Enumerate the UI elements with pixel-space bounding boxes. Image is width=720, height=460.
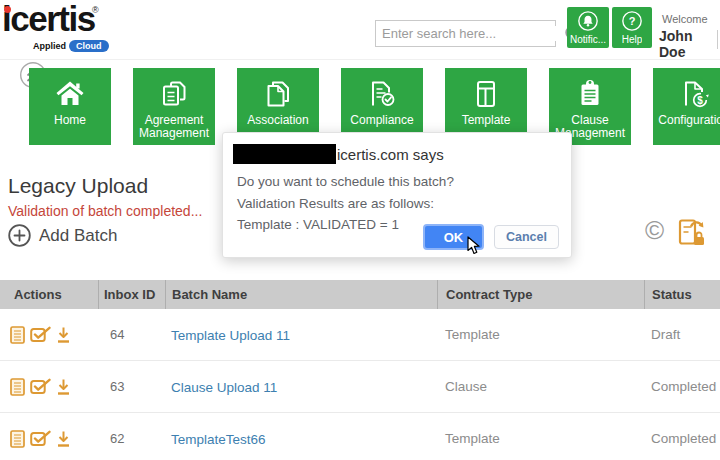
download-batch-icon[interactable] bbox=[56, 430, 71, 448]
download-batch-icon[interactable] bbox=[56, 378, 71, 396]
clause-management-icon bbox=[573, 77, 607, 111]
add-batch-button[interactable]: Add Batch bbox=[8, 224, 117, 247]
nav-tile-label: Association bbox=[238, 114, 318, 127]
configuration-icon: $ bbox=[677, 77, 711, 111]
nav-tile-label: Configuration bbox=[654, 114, 720, 127]
column-header-actions[interactable]: Actions bbox=[0, 280, 98, 309]
batch-report-icon[interactable] bbox=[10, 430, 25, 448]
batch-table: 64 Template Upload 11 Template Draft 63 … bbox=[0, 309, 720, 460]
table-header: Actions Inbox ID Batch Name Contract Typ… bbox=[0, 280, 720, 309]
home-icon bbox=[53, 77, 87, 111]
tagline-applied: Applied bbox=[33, 41, 66, 51]
nav-tile-label: Agreement Management bbox=[134, 114, 214, 140]
copyright-icon[interactable]: © bbox=[645, 217, 664, 243]
contract-type-cell: Template bbox=[437, 327, 644, 342]
dialog-actions: OK Cancel bbox=[423, 224, 559, 250]
schedule-batch-dialog: icertis.com says Do you want to schedule… bbox=[222, 132, 572, 258]
download-batch-icon[interactable] bbox=[56, 326, 71, 344]
batch-name-link[interactable]: Clause Upload 11 bbox=[171, 380, 277, 395]
status-cell: Draft bbox=[644, 327, 720, 342]
plus-circle-icon bbox=[8, 224, 31, 247]
compliance-icon bbox=[365, 77, 399, 111]
column-header-contract-type[interactable]: Contract Type bbox=[437, 280, 644, 309]
help-button[interactable]: ? Help bbox=[612, 7, 652, 48]
search-input[interactable] bbox=[376, 26, 564, 41]
batch-name-link[interactable]: TemplateTest66 bbox=[171, 432, 266, 447]
logo-red-dot bbox=[4, 6, 11, 13]
cloud-badge: Cloud bbox=[69, 40, 109, 52]
notifications-button[interactable]: Notific... bbox=[567, 7, 609, 48]
app-root: icertis ® Applied Cloud Notific... bbox=[0, 0, 720, 460]
actions-cell bbox=[0, 326, 98, 344]
template-icon bbox=[469, 77, 503, 111]
nav-tile-home[interactable]: Home bbox=[29, 68, 111, 145]
table-row: 63 Clause Upload 11 Clause Completed bbox=[0, 361, 720, 413]
nav-tile-agreement-management[interactable]: Agreement Management bbox=[133, 68, 215, 145]
column-header-batch-name[interactable]: Batch Name bbox=[165, 280, 437, 309]
dialog-message-line: Validation Results are as follows: bbox=[237, 193, 557, 215]
actions-cell bbox=[0, 430, 98, 448]
table-row: 62 TemplateTest66 Template Completed bbox=[0, 413, 720, 460]
cancel-button[interactable]: Cancel bbox=[494, 225, 559, 249]
page-title: Legacy Upload bbox=[8, 174, 148, 198]
nav-tile-label: Compliance bbox=[342, 114, 422, 127]
nav-tile-configuration[interactable]: $ Configuration bbox=[653, 68, 720, 145]
agreement-management-icon bbox=[157, 77, 191, 111]
dialog-message-line: Do you want to schedule this batch? bbox=[237, 171, 557, 193]
add-batch-label: Add Batch bbox=[39, 226, 117, 246]
batch-name-link[interactable]: Template Upload 11 bbox=[171, 328, 290, 343]
inbox-id-cell: 63 bbox=[98, 379, 165, 394]
table-row: 64 Template Upload 11 Template Draft bbox=[0, 309, 720, 361]
registered-mark: ® bbox=[92, 5, 99, 15]
column-header-inbox-id[interactable]: Inbox ID bbox=[98, 280, 165, 309]
notifications-label: Notific... bbox=[570, 34, 606, 45]
inbox-id-cell: 62 bbox=[98, 431, 165, 446]
dialog-title: icertis.com says bbox=[337, 146, 444, 163]
welcome-text: Welcome bbox=[659, 13, 720, 25]
export-batch-icon[interactable] bbox=[678, 217, 706, 251]
user-menu[interactable]: Welcome John Doe bbox=[659, 13, 720, 60]
column-header-status[interactable]: Status bbox=[644, 280, 720, 309]
help-label: Help bbox=[622, 34, 643, 45]
status-cell: Completed bbox=[644, 379, 720, 394]
batch-report-icon[interactable] bbox=[10, 326, 25, 344]
batch-report-icon[interactable] bbox=[10, 378, 25, 396]
contract-type-cell: Template bbox=[437, 431, 644, 446]
header-divider bbox=[717, 30, 718, 49]
inbox-id-cell: 64 bbox=[98, 327, 165, 342]
validate-batch-icon[interactable] bbox=[30, 326, 51, 343]
redacted-domain bbox=[233, 144, 336, 164]
association-icon bbox=[261, 77, 295, 111]
validate-batch-icon[interactable] bbox=[30, 378, 51, 395]
svg-text:?: ? bbox=[629, 15, 636, 27]
ok-button[interactable]: OK bbox=[423, 224, 484, 250]
actions-cell bbox=[0, 378, 98, 396]
nav-tile-label: Home bbox=[30, 114, 110, 127]
app-header: icertis ® Applied Cloud Notific... bbox=[0, 0, 720, 60]
contract-type-cell: Clause bbox=[437, 379, 644, 394]
validate-batch-icon[interactable] bbox=[30, 430, 51, 447]
question-icon: ? bbox=[621, 10, 643, 32]
svg-text:$: $ bbox=[697, 95, 703, 106]
search-box bbox=[375, 20, 556, 47]
user-name: John Doe bbox=[659, 28, 720, 60]
dialog-title-row: icertis.com says bbox=[233, 144, 557, 164]
validation-status-message: Validation of batch completed... bbox=[8, 203, 202, 219]
nav-tile-label: Template bbox=[446, 114, 526, 127]
status-cell: Completed bbox=[644, 431, 720, 446]
bell-icon bbox=[577, 10, 599, 32]
logo-tagline: Applied Cloud bbox=[33, 40, 109, 52]
icertis-logo: icertis bbox=[2, 1, 95, 36]
